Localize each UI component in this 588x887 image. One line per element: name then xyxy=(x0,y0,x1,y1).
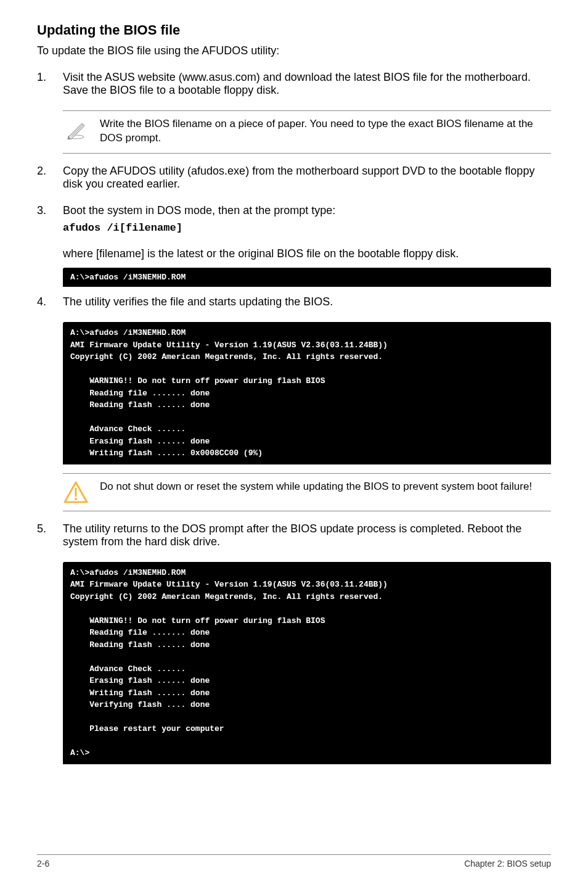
step-text: Visit the ASUS website (www.asus.com) an… xyxy=(63,71,551,97)
page-footer: 2-6 Chapter 2: BIOS setup xyxy=(37,854,551,868)
where-line: where [filename] is the latest or the or… xyxy=(63,247,551,260)
svg-line-3 xyxy=(72,125,83,136)
terminal-output-2: A:\>afudos /iM3NEMHD.ROM AMI Firmware Up… xyxy=(63,322,551,464)
warning-callout: Do not shut down or reset the system whi… xyxy=(63,473,551,511)
step-4: 4. The utility verifies the file and sta… xyxy=(37,295,551,313)
step-number: 4. xyxy=(37,295,63,313)
step-number: 2. xyxy=(37,165,63,196)
note-text: Write the BIOS filename on a piece of pa… xyxy=(100,117,551,146)
step-number: 1. xyxy=(37,71,63,102)
chapter-label: Chapter 2: BIOS setup xyxy=(464,859,551,868)
step-text: The utility verifies the file and starts… xyxy=(63,295,551,308)
intro-text: To update the BIOS file using the AFUDOS… xyxy=(37,44,551,57)
section-heading: Updating the BIOS file xyxy=(37,22,551,38)
command-text: afudos /i[filename] xyxy=(63,222,551,234)
warning-icon xyxy=(63,480,89,503)
step-text: The utility returns to the DOS prompt af… xyxy=(63,522,551,548)
warning-text: Do not shut down or reset the system whi… xyxy=(100,480,551,494)
pencil-icon xyxy=(63,117,89,141)
step-text: Copy the AFUDOS utility (afudos.exe) fro… xyxy=(63,165,551,191)
svg-point-7 xyxy=(75,498,77,500)
step-1: 1. Visit the ASUS website (www.asus.com)… xyxy=(37,71,551,102)
step-2: 2. Copy the AFUDOS utility (afudos.exe) … xyxy=(37,165,551,196)
step-number: 3. xyxy=(37,204,63,239)
step-text: Boot the system in DOS mode, then at the… xyxy=(63,204,551,217)
step-number: 5. xyxy=(37,522,63,553)
terminal-output-1: A:\>afudos /iM3NEMHD.ROM xyxy=(63,268,551,287)
page-number: 2-6 xyxy=(37,859,49,868)
step-5: 5. The utility returns to the DOS prompt… xyxy=(37,522,551,553)
terminal-output-3: A:\>afudos /iM3NEMHD.ROM AMI Firmware Up… xyxy=(63,562,551,764)
note-callout: Write the BIOS filename on a piece of pa… xyxy=(63,110,551,154)
step-3: 3. Boot the system in DOS mode, then at … xyxy=(37,204,551,239)
